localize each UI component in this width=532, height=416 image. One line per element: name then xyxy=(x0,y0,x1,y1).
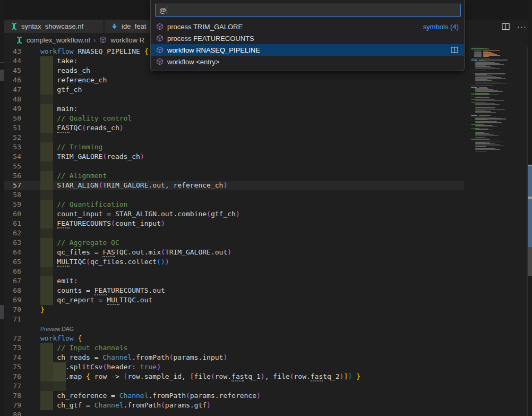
code-text: // Quality control xyxy=(30,114,464,123)
code-line[interactable]: 78 ch_reference = Channel.fromPath(param… xyxy=(4,391,464,401)
line-number: 73 xyxy=(4,343,30,353)
quickpick-item[interactable]: workflow <entry> xyxy=(151,56,464,67)
scrollbar-thumb[interactable] xyxy=(528,247,532,276)
symbol-cube-icon xyxy=(156,46,164,54)
code-line[interactable]: 64 qc_files = FASTQC.out.mix(TRIM_GALORE… xyxy=(4,248,464,257)
split-editor-icon[interactable] xyxy=(450,46,459,54)
code-text: count_input = STAR_ALIGN.out.combine(gtf… xyxy=(30,209,464,219)
code-line[interactable]: 54 TRIM_GALORE(reads_ch) xyxy=(4,152,464,162)
indent-guide-block xyxy=(40,200,53,209)
code-line[interactable]: 58 xyxy=(4,190,464,200)
line-number: 71 xyxy=(4,315,30,324)
codelens-preview-dag[interactable]: Preview DAG xyxy=(40,326,74,332)
codelens-row[interactable]: Preview DAG xyxy=(4,324,464,334)
code-line[interactable]: 75 .splitCsv(header: true) xyxy=(4,362,464,372)
line-number: 60 xyxy=(4,209,30,219)
code-line[interactable]: 51 FASTQC(reads_ch) xyxy=(4,123,464,133)
quickpick-list: process TRIM_GALOREsymbols (4)process FE… xyxy=(151,21,464,67)
nextflow-icon xyxy=(15,36,23,44)
code-text: counts = FEATURECOUNTS.out xyxy=(30,286,464,295)
code-line[interactable]: 53 // Trimming xyxy=(4,142,464,152)
code-line[interactable]: 77 xyxy=(4,381,464,391)
minimap[interactable] xyxy=(464,47,527,416)
code-line[interactable]: 72workflow { xyxy=(4,334,464,343)
more-actions-icon[interactable]: ··· xyxy=(517,22,527,31)
breadcrumb-symbol[interactable]: workflow R xyxy=(110,36,144,44)
indent-guide-block xyxy=(40,209,53,219)
indent-guide-block xyxy=(40,362,53,372)
code-line[interactable]: 67 emit: xyxy=(4,276,464,286)
code-line[interactable]: 49 main: xyxy=(4,104,464,114)
line-number: 52 xyxy=(4,133,30,142)
code-line[interactable]: 80 xyxy=(4,410,464,416)
code-line[interactable]: 47 gtf_ch xyxy=(4,85,464,95)
code-line[interactable]: 73 // Input channels xyxy=(4,343,464,353)
quickpick-item[interactable]: workflow RNASEQ_PIPELINE xyxy=(151,44,464,56)
nextflow-icon xyxy=(10,22,18,31)
quickpick-item[interactable]: process TRIM_GALOREsymbols (4) xyxy=(151,21,464,32)
code-line[interactable]: 79 ch_gtf = Channel.fromPath(params.gtf) xyxy=(4,401,464,410)
code-text: qc_files = FASTQC.out.mix(TRIM_GALORE.ou… xyxy=(30,248,464,257)
line-number: 55 xyxy=(4,162,30,171)
code-line[interactable]: 63 // Aggregate QC xyxy=(4,238,464,248)
breadcrumb-file[interactable]: complex_workflow.nf xyxy=(27,36,90,44)
code-text xyxy=(30,381,464,391)
code-line[interactable]: 76 .map { row -> [row.sample_id, [file(r… xyxy=(4,372,464,381)
code-line[interactable]: 74 ch_reads = Channel.fromPath(params.in… xyxy=(4,353,464,362)
line-number: 72 xyxy=(4,334,30,343)
code-line[interactable]: 62 xyxy=(4,228,464,238)
line-number: 50 xyxy=(4,114,30,123)
code-line[interactable]: 60 count_input = STAR_ALIGN.out.combine(… xyxy=(4,209,464,219)
indent-guide-block xyxy=(40,267,53,276)
indent-guide-block xyxy=(40,276,53,286)
quickpick-panel: @ process TRIM_GALOREsymbols (4)process … xyxy=(150,0,465,71)
code-line[interactable]: 71 xyxy=(4,315,464,324)
line-number: 68 xyxy=(4,286,30,295)
code-line[interactable]: 56 // Alignment xyxy=(4,171,464,181)
code-text: ch_gtf = Channel.fromPath(params.gtf) xyxy=(30,401,464,410)
code-line[interactable]: 66 xyxy=(4,267,464,276)
line-number: 61 xyxy=(4,219,30,228)
line-number: 78 xyxy=(4,391,30,401)
indent-guide-block xyxy=(40,190,53,200)
quickpick-input[interactable]: @ xyxy=(155,4,461,17)
quickpick-item[interactable]: process FEATURECOUNTS xyxy=(151,32,464,44)
vscode-window: … syntax_showcase.nf ide_feat xyxy=(0,0,532,416)
symbols-count-link[interactable]: symbols (4) xyxy=(423,23,459,31)
indent-guide-block xyxy=(40,238,53,248)
quickpick-item-label: workflow RNASEQ_PIPELINE xyxy=(167,46,260,54)
code-line[interactable]: 61 FEATURECOUNTS(count_input) xyxy=(4,219,464,228)
code-line[interactable]: 57 STAR_ALIGN(TRIM_GALORE.out, reference… xyxy=(4,181,464,190)
code-line[interactable]: 70} xyxy=(4,305,464,315)
code-line[interactable]: 69 qc_report = MULTIQC.out xyxy=(4,295,464,305)
sidebar-ellipsis: … xyxy=(0,58,5,64)
line-number: 77 xyxy=(4,381,30,391)
tab-syntax-showcase[interactable]: syntax_showcase.nf xyxy=(4,20,104,33)
code-text: reference_ch xyxy=(30,75,464,85)
code-editor[interactable]: 43workflow RNASEQ_PIPELINE {44 take:45 r… xyxy=(4,47,464,416)
code-line[interactable]: 48 xyxy=(4,95,464,104)
code-line[interactable]: 55 xyxy=(4,162,464,171)
indent-guide-block xyxy=(40,123,53,133)
symbol-cube-icon xyxy=(99,36,107,44)
code-text xyxy=(30,228,464,238)
code-line[interactable]: 46 reference_ch xyxy=(4,75,464,85)
line-number: 80 xyxy=(4,410,30,416)
code-line[interactable]: 59 // Quantification xyxy=(4,200,464,209)
code-line[interactable]: 50 // Quality control xyxy=(4,114,464,123)
line-number: 43 xyxy=(4,47,30,56)
codelens-text[interactable]: Preview DAG xyxy=(30,324,464,334)
code-text: // Input channels xyxy=(30,343,464,353)
code-line[interactable]: 68 counts = FEATURECOUNTS.out xyxy=(4,286,464,295)
line-number: 51 xyxy=(4,123,30,133)
code-line[interactable]: 52 xyxy=(4,133,464,142)
code-line[interactable]: 65 MULTIQC(qc_files.collect()) xyxy=(4,257,464,267)
indent-guide-block xyxy=(40,257,53,267)
code-text: FEATURECOUNTS(count_input) xyxy=(30,219,464,228)
tab-label: ide_feat xyxy=(122,22,146,30)
scrollbar[interactable] xyxy=(528,0,532,416)
split-editor-icon[interactable] xyxy=(501,22,510,31)
quickpick-item-label: process FEATURECOUNTS xyxy=(167,35,254,43)
code-text: STAR_ALIGN(TRIM_GALORE.out, reference_ch… xyxy=(30,181,464,190)
minimap-line xyxy=(467,151,524,151)
